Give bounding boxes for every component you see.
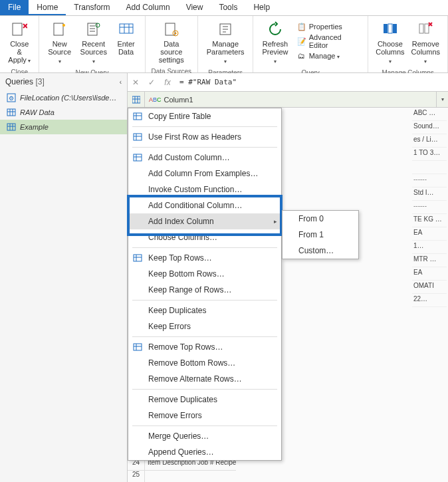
index-column-submenu: From 0From 1Custom… — [282, 210, 359, 259]
menu-item-add-index-column[interactable]: Add Index Column▸ — [128, 213, 281, 229]
data-cell[interactable]: 1… — [412, 241, 447, 254]
svg-rect-12 — [393, 24, 397, 33]
enter-data-button[interactable]: EnterData — [112, 19, 141, 57]
data-cell[interactable]: EA — [412, 227, 447, 241]
menu-item-invoke-custom-function[interactable]: Invoke Custom Function… — [128, 181, 281, 197]
submenu-item-from-0[interactable]: From 0 — [282, 211, 358, 227]
refresh-preview-button[interactable]: RefreshPreview — [257, 19, 292, 66]
fx-icon[interactable]: fx — [160, 78, 175, 87]
tab-add-column[interactable]: Add Column — [118, 0, 178, 15]
data-cell[interactable]: 1 TO 3… — [412, 148, 447, 161]
menu-item-merge-queries[interactable]: Merge Queries… — [128, 428, 281, 444]
data-cell[interactable]: TE KG … — [412, 214, 447, 227]
recent-sources-button[interactable]: RecentSources — [76, 19, 112, 66]
menu-item-choose-columns[interactable]: Choose Columns… — [128, 229, 281, 245]
menu-item-keep-top-rows[interactable]: Keep Top Rows… — [128, 250, 281, 266]
submenu-arrow-icon: ▸ — [274, 218, 277, 225]
refresh-preview-label: RefreshPreview — [261, 40, 289, 65]
data-cell[interactable] — [412, 161, 447, 174]
menu-separator — [132, 389, 277, 390]
svg-rect-18 — [7, 124, 15, 130]
table-icon — [7, 122, 16, 132]
menu-item-append-queries[interactable]: Append Queries… — [128, 444, 281, 460]
table-row[interactable]: 25 — [128, 470, 236, 482]
menu-item-add-custom-column[interactable]: Add Custom Column… — [128, 150, 281, 166]
query-filelocation[interactable]: ⚙ FileLocation (C:\Users\lisde… — [0, 90, 127, 105]
menu-item-remove-bottom-rows[interactable]: Remove Bottom Rows… — [128, 355, 281, 371]
recent-sources-icon — [84, 20, 103, 39]
menu-item-keep-range-of-rows[interactable]: Keep Range of Rows… — [128, 282, 281, 298]
advanced-editor-button[interactable]: 📝Advanced Editor — [296, 33, 361, 50]
query-raw-data[interactable]: RAW Data — [0, 105, 127, 120]
addcol-icon — [132, 152, 143, 163]
manage-parameters-button[interactable]: ManageParameters — [202, 19, 249, 66]
remove-columns-button[interactable]: RemoveColumns — [408, 19, 443, 66]
data-source-settings-label: Data sourcesettings — [153, 40, 191, 64]
data-cell[interactable]: Sound… — [412, 121, 447, 134]
menu-item-copy-entire-table[interactable]: Copy Entire Table — [128, 108, 281, 124]
svg-text:⚙: ⚙ — [9, 95, 14, 102]
ribbon: Close &Apply Close NewSource RecentSourc… — [0, 16, 448, 73]
menu-item-add-conditional-column[interactable]: Add Conditional Column… — [128, 197, 281, 213]
column-filter-button[interactable]: ▾ — [436, 92, 448, 107]
menu-item-remove-duplicates[interactable]: Remove Duplicates — [128, 392, 281, 408]
close-apply-button[interactable]: Close &Apply — [4, 19, 35, 66]
close-apply-label: Close &Apply — [7, 40, 31, 64]
choose-columns-button[interactable]: ChooseColumns — [372, 19, 407, 66]
properties-button[interactable]: 📋Properties — [296, 21, 361, 32]
formula-input[interactable]: = #"RAW Data" — [175, 76, 448, 88]
data-cell[interactable]: ------ — [412, 174, 447, 187]
collapse-icon[interactable]: ‹ — [120, 78, 122, 86]
column1-header[interactable]: ABC Column1 — [145, 96, 436, 104]
menu-item-keep-bottom-rows[interactable]: Keep Bottom Rows… — [128, 266, 281, 282]
data-cell[interactable]: ABC … — [412, 108, 447, 121]
menu-separator — [132, 147, 277, 148]
data-source-settings-button[interactable]: Data sourcesettings — [150, 19, 194, 65]
parameter-icon: ⚙ — [7, 93, 16, 102]
query-example[interactable]: Example — [0, 120, 127, 134]
menu-item-keep-duplicates[interactable]: Keep Duplicates — [128, 302, 281, 318]
tab-help[interactable]: Help — [245, 0, 278, 15]
manage-button[interactable]: 🗂Manage — [296, 51, 361, 61]
menu-item-label: Remove Duplicates — [148, 395, 217, 404]
svg-rect-5 — [120, 24, 133, 33]
formula-commit-icon[interactable]: ✓ — [144, 78, 160, 87]
data-cell[interactable]: ------ — [412, 201, 447, 214]
svg-point-8 — [174, 33, 176, 35]
data-cell[interactable]: OMATI — [412, 281, 447, 294]
manage-label: Manage — [309, 52, 340, 60]
queries-header[interactable]: Queries [3] ‹ — [0, 73, 127, 90]
submenu-item-from-1[interactable]: From 1 — [282, 227, 358, 243]
svg-rect-13 — [419, 24, 423, 33]
menu-item-remove-errors[interactable]: Remove Errors — [128, 408, 281, 423]
menu-item-remove-top-rows[interactable]: Remove Top Rows… — [128, 339, 281, 355]
table-context-menu: Copy Entire TableUse First Row as Header… — [128, 108, 282, 461]
menu-item-label: Remove Alternate Rows… — [148, 374, 242, 384]
menu-item-use-first-row-as-headers[interactable]: Use First Row as Headers — [128, 129, 281, 145]
table-menu-button[interactable] — [128, 92, 145, 107]
tab-home[interactable]: Home — [29, 0, 66, 15]
tab-transform[interactable]: Transform — [66, 0, 118, 15]
submenu-item-custom[interactable]: Custom… — [282, 243, 358, 259]
formula-cancel-icon[interactable]: ✕ — [128, 78, 144, 87]
parameters-icon — [216, 20, 235, 39]
svg-rect-20 — [134, 113, 142, 120]
file-tab[interactable]: File — [0, 0, 29, 15]
group-data-sources: Data sourcesettings Data Sources — [146, 16, 199, 72]
data-cell[interactable]: EA — [412, 267, 447, 281]
menu-item-add-column-from-examples[interactable]: Add Column From Examples… — [128, 166, 281, 181]
main-area: ✕ ✓ fx = #"RAW Data" ABC Column1 ▾ ABC …… — [128, 73, 448, 482]
new-source-label: NewSource — [47, 40, 72, 65]
data-cell[interactable]: MTR … — [412, 254, 447, 267]
menu-item-label: Add Index Column — [148, 217, 214, 226]
tab-tools[interactable]: Tools — [211, 0, 245, 15]
data-cell[interactable]: Std I… — [412, 187, 447, 201]
manage-parameters-label: ManageParameters — [205, 40, 245, 65]
data-cell[interactable]: 22… — [412, 294, 447, 307]
menu-item-remove-alternate-rows[interactable]: Remove Alternate Rows… — [128, 371, 281, 387]
new-source-button[interactable]: NewSource — [43, 19, 75, 66]
menu-item-keep-errors[interactable]: Keep Errors — [128, 318, 281, 334]
data-cell[interactable]: es / Li… — [412, 134, 447, 148]
tab-view[interactable]: View — [178, 0, 211, 15]
menubar: File Home Transform Add Column View Tool… — [0, 0, 448, 16]
